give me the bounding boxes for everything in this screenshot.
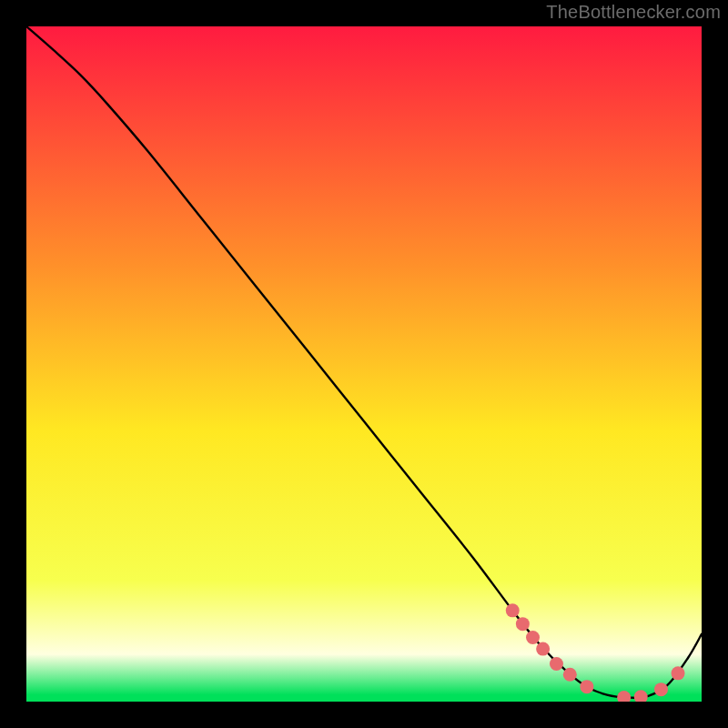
curve-marker — [563, 668, 577, 682]
curve-marker — [580, 680, 593, 693]
curve-marker — [526, 631, 540, 644]
curve-marker — [550, 657, 563, 671]
curve-marker — [506, 603, 520, 617]
chart-container: TheBottlenecker.com — [0, 0, 728, 728]
curve-marker — [536, 642, 550, 656]
attribution-text: TheBottlenecker.com — [546, 2, 721, 23]
curve-marker — [516, 617, 530, 631]
curve-marker — [672, 666, 685, 680]
curve-marker — [654, 682, 668, 696]
plot-svg — [26, 26, 702, 702]
plot-area — [26, 26, 702, 702]
